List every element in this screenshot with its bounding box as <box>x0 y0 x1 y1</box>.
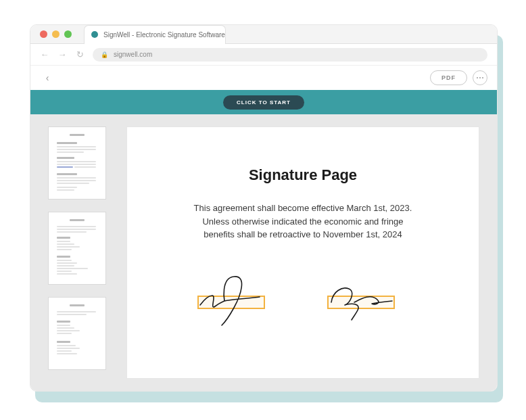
signature-field-2[interactable] <box>327 278 408 325</box>
body-line-3: benefits shall be retroactive to Novembe… <box>204 229 402 239</box>
zoom-window-button[interactable] <box>64 30 72 38</box>
tab-strip: SignWell - Electronic Signature Software <box>72 25 226 44</box>
traffic-lights <box>30 30 72 38</box>
more-menu-button[interactable]: ⋯ <box>473 70 487 85</box>
close-window-button[interactable] <box>40 30 47 38</box>
download-pdf-label: PDF <box>441 74 456 81</box>
lock-icon: 🔒 <box>101 51 108 58</box>
body-line-1: This agreement shall become effective Ma… <box>194 203 412 213</box>
tab-title: SignWell - Electronic Signature Software <box>103 31 225 39</box>
nav-reload-button[interactable]: ↻ <box>75 50 85 59</box>
ellipsis-icon: ⋯ <box>476 73 485 83</box>
favicon-icon <box>91 31 98 38</box>
nav-back-button[interactable]: ← <box>40 50 49 59</box>
click-to-start-button[interactable]: CLICK TO START <box>223 95 304 110</box>
page-body: This agreement shall become effective Ma… <box>194 202 412 241</box>
app-toolbar: ‹ PDF ⋯ <box>30 66 497 90</box>
browser-window: SignWell - Electronic Signature Software… <box>30 24 498 392</box>
document-viewer: Signature Page This agreement shall beco… <box>124 114 497 391</box>
signature-field-1[interactable] <box>197 278 279 325</box>
body-line-2: Unless otherwise indicated the economic … <box>202 216 403 227</box>
address-bar: ← → ↻ 🔒 signwell.com <box>30 44 497 66</box>
signature-drawing-2 <box>322 273 408 328</box>
signature-drawing-1 <box>192 273 279 328</box>
url-field[interactable]: 🔒 signwell.com <box>93 48 487 62</box>
minimize-window-button[interactable] <box>52 30 59 38</box>
signature-row <box>197 278 408 325</box>
page-thumbnail-1[interactable] <box>48 126 106 200</box>
click-to-start-label: CLICK TO START <box>237 99 291 106</box>
page-title: Signature Page <box>249 166 357 184</box>
document-page: Signature Page This agreement shall beco… <box>126 126 479 379</box>
start-banner: CLICK TO START <box>30 90 497 114</box>
back-button[interactable]: ‹ <box>40 70 55 85</box>
workspace: Signature Page This agreement shall beco… <box>30 114 497 391</box>
download-pdf-button[interactable]: PDF <box>430 70 467 85</box>
page-thumbnail-3[interactable] <box>48 297 106 370</box>
page-thumbnail-sidebar <box>30 114 124 391</box>
titlebar: SignWell - Electronic Signature Software <box>30 25 497 44</box>
url-text: signwell.com <box>114 51 152 58</box>
page-thumbnail-2[interactable] <box>48 212 106 285</box>
nav-forward-button[interactable]: → <box>57 50 67 59</box>
browser-tab[interactable]: SignWell - Electronic Signature Software <box>84 25 226 44</box>
